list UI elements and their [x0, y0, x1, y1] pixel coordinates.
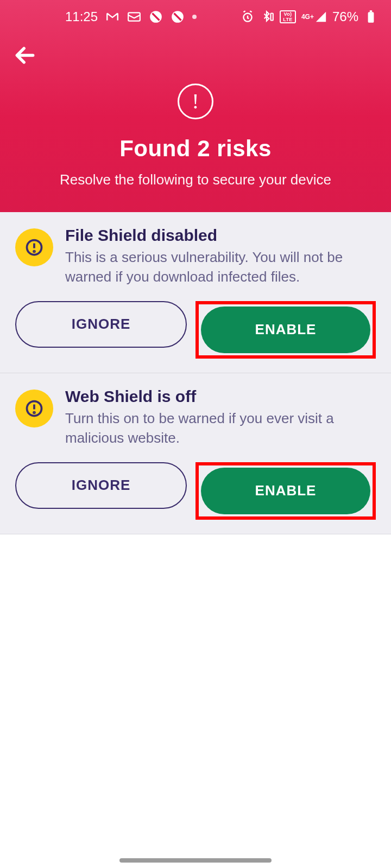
gesture-bar — [119, 858, 272, 863]
warning-badge-icon — [15, 390, 53, 427]
risk-title: File Shield disabled — [65, 226, 376, 245]
status-bar: 11:25 Vo)LTE — [0, 0, 391, 34]
warning-badge-icon — [15, 228, 53, 266]
enable-button[interactable]: ENABLE — [201, 307, 370, 353]
svg-point-8 — [34, 251, 35, 252]
svg-rect-6 — [370, 10, 372, 12]
alarm-icon — [241, 10, 255, 24]
more-notifications-dot — [192, 15, 197, 19]
header-area: 11:25 Vo)LTE — [0, 0, 391, 212]
enable-button[interactable]: ENABLE — [201, 468, 370, 514]
risk-description: This is a serious vulnerability. You wil… — [65, 248, 376, 287]
battery-percent: 76% — [332, 9, 358, 24]
mute-icon — [149, 10, 163, 24]
hero: ! Found 2 risks Resolve the following to… — [0, 77, 391, 188]
enable-highlight: ENABLE — [195, 301, 376, 359]
page-subtitle: Resolve the following to secure your dev… — [22, 171, 369, 188]
network-type: 4G+ — [301, 11, 327, 23]
back-button[interactable] — [13, 43, 37, 67]
dnd-icon — [171, 10, 185, 24]
status-left: 11:25 — [65, 9, 197, 24]
risk-card-web-shield: Web Shield is off Turn this on to be war… — [0, 373, 391, 534]
bluetooth-battery-icon — [260, 10, 274, 24]
svg-point-10 — [34, 412, 35, 413]
status-right: Vo)LTE 4G+ 76% — [241, 9, 378, 24]
ignore-button[interactable]: IGNORE — [15, 301, 187, 348]
volte-icon: Vo)LTE — [280, 10, 296, 23]
risk-description: Turn this on to be warned if you ever vi… — [65, 409, 376, 448]
outlook-icon — [127, 10, 141, 24]
app-bar — [0, 34, 391, 77]
battery-icon — [364, 10, 378, 24]
status-time: 11:25 — [65, 9, 98, 24]
enable-highlight: ENABLE — [195, 462, 376, 520]
risk-list: File Shield disabled This is a serious v… — [0, 212, 391, 534]
alert-icon: ! — [178, 84, 213, 119]
svg-rect-0 — [128, 12, 140, 21]
risk-title: Web Shield is off — [65, 387, 376, 406]
page-title: Found 2 risks — [22, 136, 369, 162]
gmail-icon — [105, 10, 119, 24]
risk-card-file-shield: File Shield disabled This is a serious v… — [0, 212, 391, 373]
ignore-button[interactable]: IGNORE — [15, 462, 187, 509]
svg-rect-4 — [270, 14, 273, 21]
svg-rect-5 — [368, 12, 374, 23]
